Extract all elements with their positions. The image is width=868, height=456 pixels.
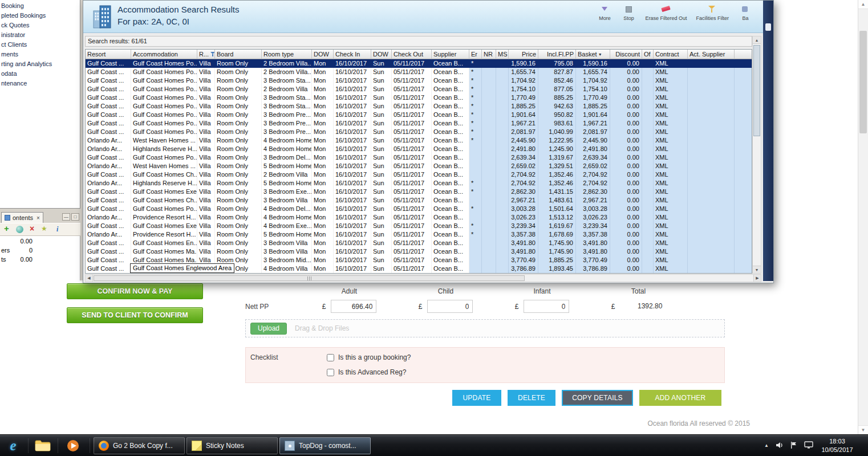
media-player-icon[interactable] [60,437,86,454]
app-menu-item-ntenance[interactable]: ntenance [0,79,80,88]
page-scroll-thumb[interactable] [859,31,867,133]
taskbar-button-topdog-comost[interactable]: TopDog - comost... [279,437,371,454]
column-header-board[interactable]: Board [215,50,262,59]
vertical-scroll-thumb[interactable] [753,45,760,136]
checklist-checkbox[interactable] [327,354,334,361]
grid-row[interactable]: Gulf Coast ...Gulf Coast Homes En...Vill… [86,239,752,247]
grid-row[interactable]: Orlando Ar...Providence Resort H...Villa… [86,213,752,222]
star-icon[interactable] [41,226,48,233]
info-icon[interactable] [54,226,61,233]
grid-row[interactable]: Orlando Ar...Highlands Reserve H...Villa… [86,179,752,188]
scroll-left-icon[interactable]: ◀ [86,275,93,282]
dock-tab-contents[interactable]: ontents × [1,212,43,223]
grid-row[interactable]: Gulf Coast ...Gulf Coast Homes Exe...Vil… [86,222,752,230]
update-button[interactable]: UPDATE [452,390,501,406]
toolbar-button-stop[interactable]: Stop [621,5,636,21]
grid-row[interactable]: Gulf Coast ...Gulf Coast Homes Po...Vill… [86,205,752,213]
network-icon[interactable] [804,441,813,449]
page-scroll-down-icon[interactable]: ▼ [858,425,868,434]
column-header-ms[interactable]: MS [496,50,509,59]
close-icon[interactable]: × [36,215,40,221]
column-header-discount[interactable]: Discount [610,50,642,59]
toolbar-button-ba[interactable]: Ba [738,5,753,21]
grid-row[interactable]: Gulf Coast ...Gulf Coast Homes Po...Vill… [86,153,752,162]
price-input-infant[interactable] [524,300,569,313]
page-scroll-up-icon[interactable]: ▲ [858,0,868,9]
grid-row[interactable]: Gulf Coast ...Gulf Coast Homes Po...Vill… [86,93,752,102]
app-menu-item-booking[interactable]: Booking [0,1,80,11]
column-header-er[interactable]: Er [469,50,482,59]
grid-row[interactable]: Gulf Coast ...Gulf Coast Homes Po...Vill… [86,76,752,85]
app-menu-item-ments[interactable]: ments [0,50,80,59]
column-header-supplier[interactable]: Supplier [432,50,469,59]
grid-row[interactable]: Gulf Coast ...Gulf Coast Homes Ch...Vill… [86,196,752,205]
volume-icon[interactable] [776,441,784,449]
grid-row[interactable]: Orlando Ar...West Haven Homes ...VillaRo… [86,136,752,145]
upload-dropzone[interactable]: Upload Drag & Drop Files [245,319,725,337]
minimize-icon[interactable]: — [62,213,70,221]
upload-button[interactable]: Upload [250,323,287,335]
column-header-accommodation[interactable]: Accommodation [131,50,197,59]
grid-row[interactable]: Gulf Coast ...Gulf Coast Homes Po...Vill… [86,128,752,136]
taskbar-clock[interactable]: 18:03 10/05/2017 [814,437,860,454]
grid-row[interactable]: Gulf Coast ...Gulf Coast Homes Po...Vill… [86,111,752,119]
confirm-now-pay-button[interactable]: CONFIRM NOW & PAY [67,283,203,299]
table-vertical-scrollbar[interactable]: ▲ ▼ [752,36,761,274]
grid-row[interactable]: Gulf Coast ...Gulf Coast Homes Po...Vill… [86,59,752,68]
toolbar-button-erase-filtered-out[interactable]: Erase Filtered Out [645,5,687,21]
copy-details-button[interactable]: COPY DETAILS [562,390,633,406]
internet-explorer-icon[interactable]: e [2,437,24,454]
taskbar-button-sticky-notes[interactable]: Sticky Notes [186,437,278,454]
price-input-adult[interactable] [331,300,376,313]
column-header-resort[interactable]: Resort [86,50,131,59]
page-scrollbar[interactable]: ▲ ▼ [858,0,868,434]
column-header-check-out[interactable]: Check Out [392,50,432,59]
column-header-dow[interactable]: DOW [371,50,392,59]
column-header-incl-fl-pp[interactable]: Incl.Fl.PP [538,50,576,59]
column-header-contract[interactable]: Contract [654,50,688,59]
scroll-up-icon[interactable]: ▲ [753,36,761,44]
grid-row[interactable]: Orlando Ar...West Haven Homes ...VillaRo… [86,162,752,170]
column-header-of[interactable]: Of [642,50,654,59]
delete-button[interactable]: DELETE [508,390,555,406]
toolbar-button-facilities-filter[interactable]: Facilities Filter [696,5,729,21]
send-to-client-button[interactable]: SEND TO CLIENT TO CONFIRM [67,307,203,323]
column-header-check-in[interactable]: Check In [334,50,371,59]
restore-icon[interactable]: □ [71,213,79,221]
column-header-basket[interactable]: Basket▼ [576,50,610,59]
toolbar-button-more[interactable]: More [597,5,612,21]
app-menu-item-ck-quotes[interactable]: ck Quotes [0,21,80,30]
taskbar-button-go-2-book-copy-f[interactable]: Go 2 Book Copy f... [94,437,185,454]
grid-row[interactable]: Gulf Coast ...Gulf Coast Homes Ma...Vill… [86,247,752,256]
app-menu-item-odata[interactable]: odata [0,69,80,79]
explorer-folder-icon[interactable] [31,437,55,454]
add-another-button[interactable]: ADD ANOTHER [639,390,721,406]
app-menu-item-pleted-bookings[interactable]: pleted Bookings [0,11,80,21]
horizontal-scroll-thumb[interactable] [94,275,525,281]
grid-row[interactable]: Orlando Ar...Highlands Reserve H...Villa… [86,145,752,153]
scroll-right-icon[interactable]: ▶ [753,275,761,282]
column-header-r[interactable]: R... [197,50,215,59]
checklist-item[interactable]: Is this a group booking? [327,352,411,363]
show-hidden-icons-icon[interactable]: ▲ [764,443,769,448]
checklist-checkbox[interactable] [327,369,334,376]
grid-row[interactable]: Gulf Coast ...Gulf Coast Homes Ch...Vill… [86,170,752,179]
column-header-room-type[interactable]: Room type [262,50,312,59]
column-header-act-supplier[interactable]: Act. Supplier [688,50,735,59]
column-header-price[interactable]: Price [509,50,538,59]
grid-row[interactable]: Gulf Coast ...Gulf Coast Homes Po...Vill… [86,68,752,76]
column-header-dow[interactable]: DOW [312,50,334,59]
grid-row[interactable]: Orlando Ar...Providence Resort H...Villa… [86,230,752,239]
grid-row[interactable]: Gulf Coast ...Gulf Coast Homes Po...Vill… [86,85,752,93]
filter-funnel-icon[interactable] [210,51,215,57]
grid-row[interactable]: Gulf Coast ...Gulf Coast Homes Po...Vill… [86,102,752,111]
grid-row[interactable]: Gulf Coast ...Gulf Coast Homes Exe...Vil… [86,188,752,196]
delete-icon[interactable] [29,226,36,233]
globe-icon[interactable] [16,226,23,233]
grid-row[interactable]: Gulf Coast ...Gulf Coast Homes Po...Vill… [86,119,752,128]
app-menu-item-ct-clients[interactable]: ct Clients [0,40,80,50]
app-menu-item-rting-and-analytics[interactable]: rting and Analytics [0,59,80,69]
app-menu-item-inistrator[interactable]: inistrator [0,30,80,40]
add-icon[interactable] [3,226,11,233]
table-horizontal-scrollbar[interactable]: ◀ ▶ [85,274,761,282]
